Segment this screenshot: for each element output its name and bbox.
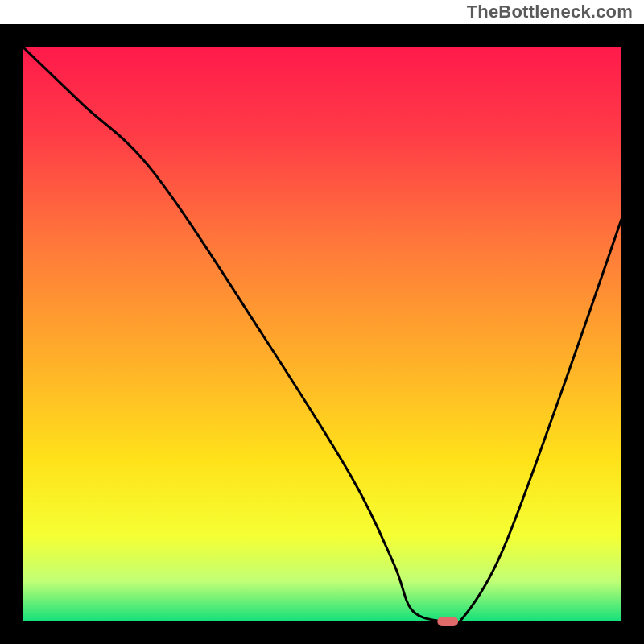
plot-background (23, 47, 621, 621)
chart-container: TheBottleneck.com (0, 0, 644, 644)
watermark-text: TheBottleneck.com (467, 2, 633, 23)
bottleneck-chart (0, 0, 644, 644)
optimal-marker (437, 617, 458, 626)
